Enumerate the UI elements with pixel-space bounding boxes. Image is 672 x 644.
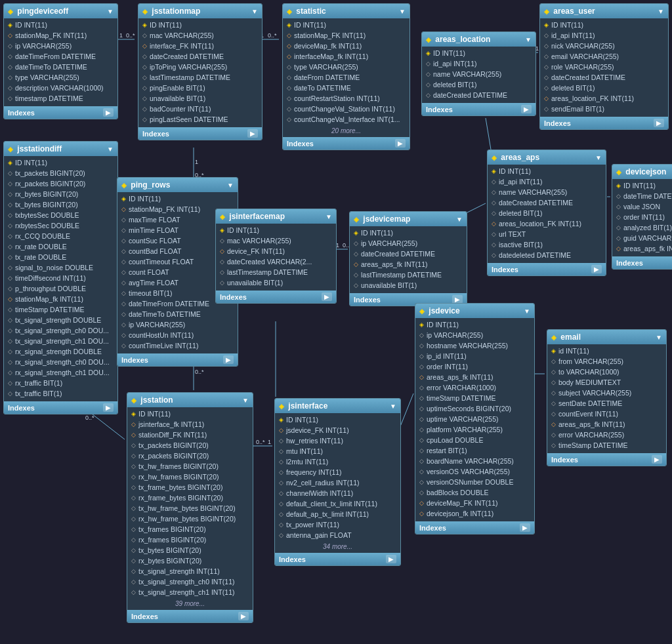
- indexes-expand-btn[interactable]: ▶: [654, 119, 664, 127]
- table-row: ◇ip VARCHAR(255): [350, 238, 467, 249]
- table-row: ◇timestamp DATETIME: [4, 93, 117, 104]
- table-row: ◇tx_traffic BIT(1): [4, 388, 117, 399]
- indexes-expand-btn[interactable]: ▶: [103, 108, 114, 117]
- table-row: ◇id_api INT(11): [422, 58, 536, 69]
- table-row: ◇versionOS VARCHAR(255): [415, 466, 534, 477]
- table-footer-jsstationmap[interactable]: Indexes ▶: [138, 127, 262, 140]
- table-footer-areas-aps[interactable]: Indexes ▶: [488, 263, 606, 275]
- table-header-areas-user[interactable]: ◈ areas_user ▼: [540, 4, 668, 18]
- table-row: ◇id_api INT(11): [540, 30, 668, 41]
- table-row: ◇lastTimestamp DATETIME: [350, 270, 467, 280]
- table-row: ◈ID INT(11): [488, 166, 606, 176]
- table-header-jsinterfacemap[interactable]: ◈ jsinterfacemap ▼: [216, 209, 336, 224]
- table-row: ◇dateCreated DATETIME: [488, 197, 606, 208]
- table-header-areas-location[interactable]: ◈ areas_location ▼: [422, 32, 536, 47]
- table-row: ◇deleted BIT(1): [488, 208, 606, 218]
- table-row: ◇dateTimeTo DATETIME: [117, 309, 238, 319]
- indexes-expand-btn[interactable]: ▶: [247, 129, 258, 138]
- table-row: ◇countTimeLive INT(11): [117, 340, 238, 351]
- table-footer-jsstation[interactable]: Indexes ▶: [127, 610, 253, 622]
- pk-icon: ◈: [8, 20, 12, 30]
- table-footer-jsinterfacemap[interactable]: Indexes ▶: [216, 291, 336, 303]
- table-row: ◇value JSON: [612, 201, 672, 212]
- table-footer-jsdevice[interactable]: Indexes ▶: [415, 521, 534, 534]
- table-row: ◇versionOSNumber DOUBLE: [415, 477, 534, 487]
- table-header-ping-rows[interactable]: ◈ ping_rows ▼: [117, 178, 238, 192]
- table-header-jsdevice[interactable]: ◈ jsdevice ▼: [415, 304, 534, 318]
- table-row: ◇rx_packets BIGINT(20): [4, 178, 117, 189]
- table-row: ◇p_throughput DOUBLE: [4, 283, 117, 294]
- table-row: ◇tx_packets BIGINT(20): [4, 168, 117, 178]
- indexes-expand-btn[interactable]: ▶: [238, 612, 249, 620]
- svg-text:0..*: 0..*: [85, 414, 94, 421]
- table-body-jsdevice: ◈ID INT(11) ◇ip VARCHAR(255) ◇hostname V…: [415, 318, 534, 520]
- table-footer-devicejson[interactable]: Indexes ▶: [612, 256, 672, 269]
- table-header-jsdevicemap[interactable]: ◈ jsdevicemap ▼: [350, 212, 467, 226]
- table-row: ◇ipToPing VARCHAR(255): [138, 62, 262, 72]
- table-row: ◇rx_traffic BIT(1): [4, 378, 117, 388]
- indexes-expand-btn[interactable]: ▶: [322, 292, 332, 301]
- table-areas-aps: ◈ areas_aps ▼ ◈ID INT(11) ◇id_api INT(11…: [487, 150, 606, 276]
- table-row: ◇id_api INT(11): [488, 176, 606, 187]
- table-body-email: ◈id INT(11) ◇from VARCHAR(255) ◇to VARCH…: [547, 344, 666, 452]
- table-row: ◈ID INT(11): [275, 414, 400, 425]
- indexes-expand-btn[interactable]: ▶: [521, 105, 532, 113]
- table-row: ◇order INT(11): [415, 361, 534, 372]
- table-row: ◈ID INT(11): [4, 157, 117, 168]
- table-row: ◇from VARCHAR(255): [547, 356, 666, 367]
- indexes-expand-btn[interactable]: ▶: [520, 523, 530, 532]
- indexes-expand-btn[interactable]: ▶: [395, 139, 406, 148]
- table-row: ◇stationMap_fk INT(11): [4, 294, 117, 304]
- table-row: ◇interface_FK INT(11): [138, 41, 262, 51]
- table-row: ◇tx_signal_strength_ch1 DOU...: [4, 336, 117, 346]
- table-footer-email[interactable]: Indexes ▶: [547, 453, 666, 466]
- svg-text:1: 1: [268, 439, 271, 445]
- table-row: ◇jsinterface_fk INT(11): [127, 419, 253, 430]
- indexes-expand-btn[interactable]: ▶: [591, 265, 602, 273]
- table-footer-jsstationdiff[interactable]: Indexes ▶: [4, 401, 117, 414]
- table-row: ◇tx_frames BIGINT(20): [127, 524, 253, 534]
- table-areas-location: ◈ areas_location ▼ ◈ID INT(11) ◇id_api I…: [421, 31, 536, 116]
- table-footer-jsinterface[interactable]: Indexes ▶: [275, 553, 400, 565]
- table-row: ◇tx_hw_frames BIGINT(20): [127, 461, 253, 472]
- table-header-jsstation[interactable]: ◈ jsstation ▼: [127, 393, 253, 407]
- table-row: ◇rx_bytes BIGINT(20): [127, 555, 253, 566]
- table-footer-pingdeviceoff[interactable]: Indexes ▶: [4, 106, 117, 119]
- table-header-jsinterface[interactable]: ◈ jsinterface ▼: [275, 399, 400, 413]
- table-header-jsstationdiff[interactable]: ◈ jsstationdiff ▼: [4, 142, 117, 156]
- indexes-expand-btn[interactable]: ▶: [223, 355, 234, 364]
- fk-icon: ◇: [8, 31, 12, 40]
- table-row: ◈ID INT(11): [127, 409, 253, 419]
- table-row: ◇countEvent INT(11): [547, 409, 666, 419]
- table-body-jsstationmap: ◈ID INT(11) ◇mac VARCHAR(255) ◇interface…: [138, 18, 262, 126]
- indexes-expand-btn[interactable]: ▶: [652, 455, 662, 464]
- table-row: ◇deleted BIT(1): [540, 83, 668, 93]
- table-pingdeviceoff: ◈ pingdeviceoff ▼ ◈ID INT(11) ◇stationMa…: [3, 3, 118, 119]
- table-footer-areas-location[interactable]: Indexes ▶: [422, 103, 536, 115]
- table-row: ◇tx_signal_strength DOUBLE: [4, 315, 117, 325]
- table-row: ◇name VARCHAR(255): [488, 187, 606, 197]
- table-header-pingdeviceoff[interactable]: ◈ pingdeviceoff ▼: [4, 4, 117, 18]
- indexes-expand-btn[interactable]: ▶: [103, 403, 114, 412]
- table-header-statistic[interactable]: ◈ statistic ▼: [283, 4, 410, 18]
- table-header-devicejson[interactable]: ◈ devicejson ▼: [612, 165, 672, 179]
- table-header-areas-aps[interactable]: ◈ areas_aps ▼: [488, 150, 606, 165]
- table-header-email[interactable]: ◈ email ▼: [547, 330, 666, 344]
- table-row: ◇unavailable BIT(1): [138, 93, 262, 104]
- table-row: ◇device_FK INT(11): [216, 246, 336, 256]
- table-jsstationdiff: ◈ jsstationdiff ▼ ◈ID INT(11) ◇tx_packet…: [3, 141, 118, 414]
- table-row: ◇frequency INT(11): [275, 467, 400, 477]
- table-footer-areas-user[interactable]: Indexes ▶: [540, 117, 668, 129]
- table-row: ◇uptime VARCHAR(255): [415, 414, 534, 424]
- table-row: ◇badCounter INT(11): [138, 104, 262, 114]
- table-header-jsstationmap[interactable]: ◈ jsstationmap ▼: [138, 4, 262, 18]
- table-row: ◈ID INT(11): [216, 225, 336, 235]
- table-row: ◈ID INT(11): [4, 20, 117, 30]
- table-body-areas-aps: ◈ID INT(11) ◇id_api INT(11) ◇name VARCHA…: [488, 165, 606, 262]
- table-row: ◇tx_packets BIGINT(20): [127, 440, 253, 451]
- table-row: ◇rx_packets BIGINT(20): [127, 451, 253, 461]
- table-footer-statistic[interactable]: Indexes ▶: [283, 137, 410, 150]
- indexes-expand-btn[interactable]: ▶: [386, 555, 396, 563]
- table-footer-ping-rows[interactable]: Indexes ▶: [117, 353, 238, 366]
- table-row: ◇error VARCHAR(1000): [415, 382, 534, 393]
